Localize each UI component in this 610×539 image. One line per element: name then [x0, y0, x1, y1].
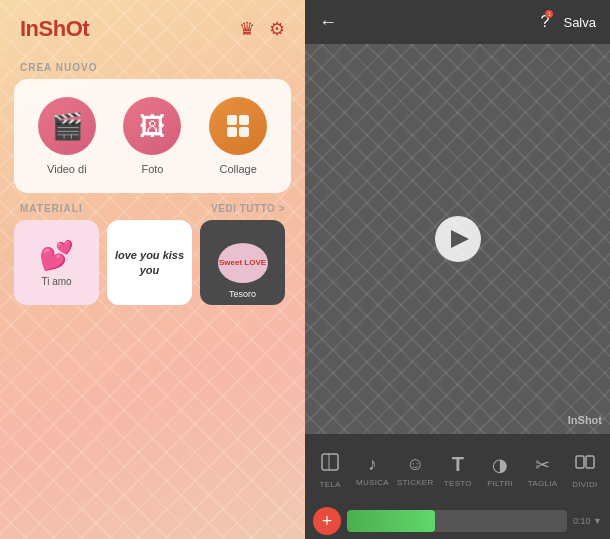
foto-icon-circle: 🖼	[123, 97, 181, 155]
play-button[interactable]	[435, 216, 481, 262]
toolbar-tela[interactable]: TELA	[312, 452, 348, 489]
left-panel: InShOt ♛ ⚙ CREA NUOVO 🎬 Video di 🖼 Foto	[0, 0, 305, 539]
toolbar-sticker[interactable]: ☺ STICKER	[397, 454, 434, 487]
hearts-icon: 💕	[39, 239, 74, 272]
toolbar-filtri[interactable]: ◑ FILTRI	[482, 454, 518, 488]
play-icon	[451, 230, 469, 248]
testo-label: TESTO	[444, 479, 472, 488]
help-icon[interactable]: ? 1	[541, 13, 550, 31]
ti-amo-label: Ti amo	[41, 276, 71, 287]
musica-icon: ♪	[368, 454, 377, 475]
timeline-row: + 0:10 ▼	[305, 503, 610, 539]
toolbar-musica[interactable]: ♪ MUSICA	[354, 454, 390, 487]
timeline-time: 0:10 ▼	[573, 516, 602, 526]
sticker-icon: ☺	[406, 454, 424, 475]
filtri-label: FILTRI	[487, 479, 513, 488]
notification-dot: 1	[545, 10, 553, 18]
crown-icon[interactable]: ♛	[239, 18, 255, 40]
love-text: love you kiss you	[113, 248, 186, 277]
settings-icon[interactable]: ⚙	[269, 18, 285, 40]
taglia-icon: ✂	[535, 454, 550, 476]
right-header: ← ? 1 Salva	[305, 0, 610, 44]
toolbar-taglia[interactable]: ✂ TAGLIA	[525, 454, 561, 488]
svg-rect-4	[322, 454, 338, 470]
back-button[interactable]: ←	[319, 12, 337, 33]
create-section-label: CREA NUOVO	[0, 52, 305, 79]
toolbar-testo[interactable]: T TESTO	[440, 453, 476, 488]
materials-label: MATERIALI	[20, 203, 83, 214]
material-card-tesoro[interactable]: Sweet LOVE Tesoro	[200, 220, 285, 305]
material-card-ti-amo[interactable]: 💕 Ti amo	[14, 220, 99, 305]
create-collage-item[interactable]: Collage	[209, 97, 267, 175]
testo-icon: T	[452, 453, 464, 476]
dividi-label: DIVIDI	[572, 480, 597, 489]
video-label: Video di	[47, 163, 87, 175]
svg-rect-7	[586, 456, 594, 468]
svg-rect-3	[239, 127, 249, 137]
dividi-icon	[575, 452, 595, 477]
create-video-item[interactable]: 🎬 Video di	[38, 97, 96, 175]
app-logo: InShOt	[20, 16, 89, 42]
tela-label: TELA	[320, 480, 341, 489]
sticker-label: STICKER	[397, 478, 434, 487]
right-panel: ← ? 1 Salva InShot TELA	[305, 0, 610, 539]
materials-grid: 💕 Ti amo love you kiss you Sweet LOVE Te…	[0, 220, 305, 305]
tesoro-bubble: Sweet LOVE	[218, 243, 268, 283]
vedi-tutto-link[interactable]: VEDI TUTTO >	[211, 203, 285, 214]
tela-icon	[320, 452, 340, 477]
right-header-right: ? 1 Salva	[541, 13, 596, 31]
filtri-icon: ◑	[492, 454, 508, 476]
bottom-toolbar: TELA ♪ MUSICA ☺ STICKER T TESTO ◑ FILTRI…	[305, 434, 610, 539]
materials-header: MATERIALI VEDI TUTTO >	[0, 193, 305, 220]
foto-label: Foto	[141, 163, 163, 175]
tesoro-label: Tesoro	[200, 289, 285, 299]
create-foto-item[interactable]: 🖼 Foto	[123, 97, 181, 175]
toolbar-icons-row: TELA ♪ MUSICA ☺ STICKER T TESTO ◑ FILTRI…	[305, 434, 610, 503]
collage-icon-circle	[209, 97, 267, 155]
left-header: InShOt ♛ ⚙	[0, 0, 305, 52]
timeline-fill	[347, 510, 435, 532]
toolbar-dividi[interactable]: DIVIDI	[567, 452, 603, 489]
material-card-love[interactable]: love you kiss you	[107, 220, 192, 305]
taglia-label: TAGLIA	[528, 479, 558, 488]
add-button[interactable]: +	[313, 507, 341, 535]
salva-button[interactable]: Salva	[563, 15, 596, 30]
svg-rect-2	[227, 127, 237, 137]
create-new-section: 🎬 Video di 🖼 Foto Collage	[14, 79, 291, 193]
video-area[interactable]: InShot	[305, 44, 610, 434]
timeline-track[interactable]	[347, 510, 567, 532]
video-icon-circle: 🎬	[38, 97, 96, 155]
svg-rect-6	[576, 456, 584, 468]
header-icons: ♛ ⚙	[239, 18, 285, 40]
musica-label: MUSICA	[356, 478, 389, 487]
collage-label: Collage	[219, 163, 256, 175]
watermark: InShot	[568, 414, 602, 426]
svg-rect-1	[239, 115, 249, 125]
svg-rect-0	[227, 115, 237, 125]
